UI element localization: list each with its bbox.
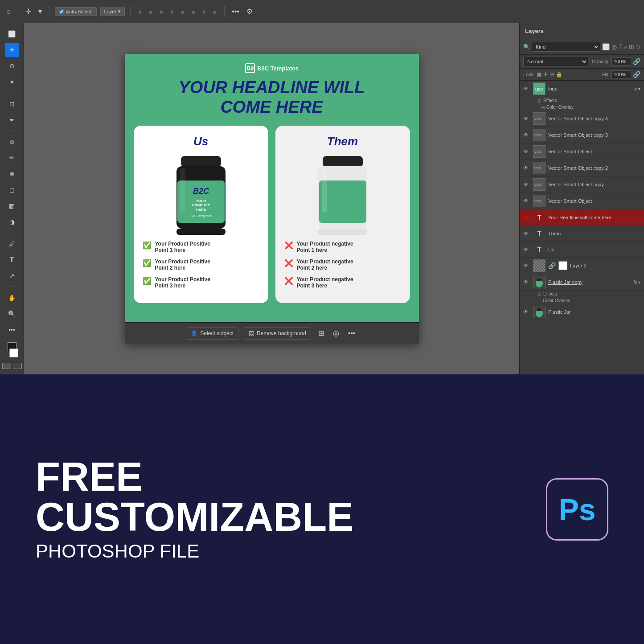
layer-eye-headline[interactable]: 👁 (523, 214, 530, 221)
tool-hand[interactable]: ✋ (5, 291, 19, 305)
fill-chain-icon: 🔗 (633, 71, 640, 78)
blend-mode-select[interactable]: Normal (523, 57, 588, 66)
layers-list: 👁 B2C logo fx ▾ ◎ Effects ◎ Color Overla… (520, 81, 644, 374)
auto-select-btn[interactable]: Auto-Select: (55, 7, 97, 16)
layer-item-vso-copy3[interactable]: 👁 VSO Vector Smart Object copy 3 (520, 127, 644, 144)
filter-icon-2[interactable]: ◎ (611, 43, 617, 50)
layer-eye-vso-copy[interactable]: 👁 (523, 181, 530, 188)
layer-btn[interactable]: Layer ▾ (100, 7, 125, 16)
layer-thumb-plastic-jar (533, 306, 546, 318)
filter-toggle[interactable]: ○ (636, 43, 640, 51)
tool-type[interactable]: T (5, 253, 19, 267)
select-subject-btn[interactable]: 👤 Select subject (186, 327, 238, 340)
layer-fx-plastic-jar-copy[interactable]: fx ▾ (633, 280, 640, 285)
tool-brush[interactable]: ✏ (5, 151, 19, 165)
background-color[interactable] (9, 349, 18, 357)
layer-item-layer2[interactable]: 👁 🔗 Layer 2 (520, 258, 644, 274)
layer-eye-vso-copy2[interactable]: 👁 (523, 165, 530, 171)
tool-heal[interactable]: ⊕ (5, 135, 19, 149)
fill-input[interactable] (611, 70, 631, 78)
tool-more[interactable]: ••• (5, 323, 19, 337)
layer-eye-plastic-jar-copy[interactable]: 👁 (523, 279, 530, 285)
opacity-input[interactable] (611, 57, 631, 66)
layer-eye-layer2[interactable]: 👁 (523, 263, 530, 269)
tool-dodge[interactable]: ◑ (5, 215, 19, 229)
layer-item-vso-copy[interactable]: 👁 VSO Vector Smart Object copy (520, 176, 644, 193)
lock-pixel-icon[interactable]: ▦ (537, 71, 541, 78)
filter-icon-5[interactable]: ⊞ (629, 43, 634, 50)
remove-background-btn[interactable]: 🖼 Remove background (244, 327, 311, 340)
screen-mode-icon[interactable] (13, 363, 22, 369)
us-feature-3: ✅ Your Product PositivePoint 3 here (143, 276, 259, 289)
svg-text:B2C: B2C (535, 87, 544, 91)
layer-item-plastic-jar-copy[interactable]: 👁 Plastic Jar copy fx ▾ (520, 274, 644, 291)
them-feature-text-1: Your Product negativePoint 1 here (297, 241, 353, 253)
layer-eye-us[interactable]: 👁 (523, 246, 530, 253)
effects-icon-2: ◎ (537, 291, 541, 296)
align-middle-icon[interactable]: ⬦ (179, 6, 187, 17)
move-arrow-icon[interactable]: ▾ (37, 5, 44, 17)
tool-zoom[interactable]: 🔍 (5, 307, 19, 321)
canvas-bottom-more-3[interactable]: ••• (346, 328, 357, 339)
layer-eye-them[interactable]: 👁 (523, 230, 530, 237)
align-bottom-icon[interactable]: ⬦ (189, 6, 197, 17)
tool-move[interactable]: ✛ (5, 43, 19, 57)
tool-eraser[interactable]: ◻ (5, 183, 19, 197)
gear-icon[interactable]: ⚙ (245, 5, 254, 17)
layer-item-vso-2[interactable]: 👁 VSO Vector Smart Object (520, 193, 644, 209)
tool-crop[interactable]: ⊡ (5, 97, 19, 111)
layer-item-vso-copy2[interactable]: 👁 VSO Vector Smart Object copy 2 (520, 160, 644, 176)
layer-sub-logo-color-overlay: ◎ Color Overlay (520, 104, 644, 111)
align-left-icon[interactable]: ⬦ (136, 6, 144, 17)
tool-path[interactable]: ↗ (5, 269, 19, 283)
mode-icons (2, 363, 22, 369)
quick-mask-icon[interactable] (2, 363, 11, 369)
layer-item-us[interactable]: 👁 T Us (520, 242, 644, 258)
canvas-bottom-more-1[interactable]: ⊞ (316, 327, 326, 339)
layer-fx-logo[interactable]: fx ▾ (633, 86, 640, 91)
tool-magic-wand[interactable]: ✦ (5, 75, 19, 89)
layer-eye-vso-copy4[interactable]: 👁 (523, 115, 530, 122)
align-right-icon[interactable]: ⬦ (157, 6, 165, 17)
layer-eye-logo[interactable]: 👁 (523, 86, 530, 92)
tool-pen[interactable]: 🖊 (5, 237, 19, 251)
align-top-icon[interactable]: ⬦ (168, 6, 176, 17)
distribute2-icon[interactable]: ⬦ (211, 6, 219, 17)
separator-2 (49, 6, 49, 17)
lock-all-icon[interactable]: 🔒 (556, 71, 562, 78)
comparison-row: Us B2C (134, 126, 410, 303)
us-product-image: B2C YOUR PRODUCT HERE B2C Templates (143, 154, 259, 241)
effects-icon: ◎ (537, 98, 541, 103)
lock-artboard-icon[interactable]: ⊟ (550, 71, 554, 78)
layer-item-headline[interactable]: 👁 T Your Headline will come here (520, 209, 644, 226)
svg-rect-10 (176, 229, 226, 235)
layer-item-plastic-jar[interactable]: 👁 Plastic Jar (520, 304, 644, 320)
auto-select-checkbox[interactable] (59, 9, 64, 14)
more-options-icon[interactable]: ••• (230, 6, 241, 17)
us-features: ✅ Your Product PositivePoint 1 here ✅ Yo… (143, 241, 259, 294)
filter-icon-4[interactable]: ⬦ (623, 43, 627, 50)
lock-position-icon[interactable]: ✛ (543, 71, 548, 78)
layer-item-vso-1[interactable]: 👁 VSO Vector Smart Object (520, 144, 644, 160)
separator-3 (130, 6, 131, 17)
tool-lasso[interactable]: ⊙ (5, 59, 19, 73)
layer-item-them[interactable]: 👁 T Them (520, 226, 644, 242)
tool-clone[interactable]: ⊗ (5, 167, 19, 181)
layer-eye-vso-copy3[interactable]: 👁 (523, 132, 530, 138)
layer-kind-select[interactable]: Kind (532, 42, 600, 52)
filter-icon-3[interactable]: T (619, 44, 622, 50)
filter-icon-1[interactable]: ⬜ (602, 43, 610, 50)
move-icon[interactable]: ✛ (24, 5, 33, 17)
home-icon[interactable]: ⌂ (4, 6, 12, 17)
layer-eye-plastic-jar[interactable]: 👁 (523, 309, 530, 315)
align-center-icon[interactable]: ⬦ (147, 6, 155, 17)
tool-rectangular-marquee[interactable]: ⬜ (5, 27, 19, 41)
distribute-icon[interactable]: ⬦ (200, 6, 208, 17)
canvas-bottom-more-2[interactable]: ◎ (331, 327, 341, 339)
layer-item-logo[interactable]: 👁 B2C logo fx ▾ (520, 81, 644, 97)
tool-eyedropper[interactable]: ✒ (5, 113, 19, 127)
layer-eye-vso-1[interactable]: 👁 (523, 148, 530, 155)
layer-eye-vso-2[interactable]: 👁 (523, 198, 530, 204)
tool-gradient[interactable]: ▦ (5, 199, 19, 213)
layer-item-vso-copy4[interactable]: 👁 VSO Vector Smart Object copy 4 (520, 111, 644, 127)
